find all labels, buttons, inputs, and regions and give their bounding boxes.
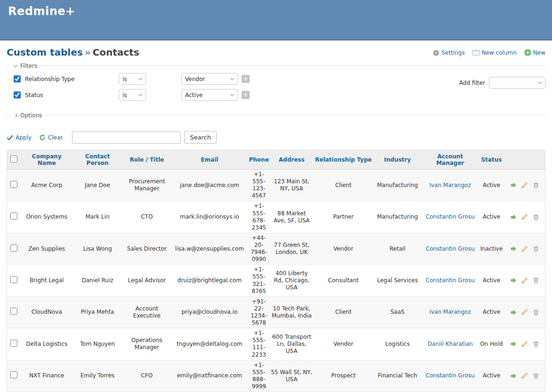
green-arrow-icon <box>510 341 517 347</box>
row-checkbox[interactable] <box>10 340 17 347</box>
table-row: NXT Finance Emily Torres CFO emily@nxtfi… <box>7 360 545 392</box>
cell-phone: +1-555-123-4567 <box>248 170 269 201</box>
edit-row-button[interactable] <box>521 309 528 316</box>
filter-status-label[interactable]: Status <box>25 92 43 98</box>
search-input[interactable] <box>72 131 181 144</box>
cell-status: Active <box>479 201 504 233</box>
col-header-relationship-type[interactable]: Relationship Type <box>314 150 373 170</box>
filter-status-checkbox[interactable] <box>14 91 21 98</box>
edit-row-button[interactable] <box>521 341 528 348</box>
row-checkbox[interactable] <box>10 245 17 252</box>
contextual-toolbar: Settings New column New <box>433 49 545 58</box>
edit-row-button[interactable] <box>521 213 528 220</box>
filter-row-status: Status is Active + <box>7 89 545 101</box>
delete-row-button[interactable] <box>533 309 539 316</box>
filter-status-operator-select[interactable]: is <box>119 89 146 101</box>
account-manager-link[interactable]: Ivan Marangoz <box>430 182 471 188</box>
delete-row-button[interactable] <box>533 341 539 348</box>
options-legend[interactable]: Options <box>11 112 45 119</box>
new-column-button[interactable]: New column <box>472 49 517 56</box>
green-arrow-icon <box>510 309 517 316</box>
trash-icon <box>533 277 539 284</box>
filter-relationship-type-operator-select[interactable]: is <box>119 73 146 85</box>
open-row-button[interactable] <box>510 341 517 348</box>
col-header-role-title[interactable]: Role / Title <box>122 150 171 170</box>
cell-industry: Retail <box>373 233 422 264</box>
row-checkbox[interactable] <box>10 181 17 188</box>
cell-company-name: Zen Supplies <box>21 233 73 264</box>
table-row: Zen Supplies Lisa Wong Sales Director li… <box>7 233 545 264</box>
filters-fieldset: Filters Add filter Relationship Type is … <box>7 62 545 109</box>
apply-button[interactable]: Apply <box>7 134 32 141</box>
col-header-account-manager[interactable]: Account Manager <box>422 150 479 170</box>
account-manager-link[interactable]: Constantin Grosu <box>426 277 475 284</box>
account-manager-link[interactable]: Ivan Marangoz <box>430 309 471 315</box>
filter-relationship-type-label[interactable]: Relationship Type <box>25 76 74 82</box>
pencil-icon <box>521 309 528 316</box>
app-logo[interactable]: Redmine+ <box>0 0 75 18</box>
open-row-button[interactable] <box>510 182 517 189</box>
col-header-address[interactable]: Address <box>270 150 314 170</box>
cell-email: mark.lin@orionsys.io <box>171 201 248 233</box>
col-header-industry[interactable]: Industry <box>373 150 422 170</box>
select-all-checkbox[interactable] <box>10 155 17 163</box>
filter-status-value-select[interactable]: Active <box>181 89 238 101</box>
table-row: Delta Logistics Tom Nguyen Operations Ma… <box>7 328 545 360</box>
open-row-button[interactable] <box>510 213 517 220</box>
edit-row-button[interactable] <box>521 277 528 284</box>
settings-button[interactable]: Settings <box>433 49 464 56</box>
filter-relationship-type-add-value-button[interactable]: + <box>242 75 250 83</box>
trash-icon <box>533 182 539 188</box>
cell-role-title: CFO <box>122 360 171 392</box>
cell-role-title: Legal Advisor <box>122 265 171 296</box>
breadcrumb-parent-link[interactable]: Custom tables <box>7 47 83 58</box>
row-checkbox[interactable] <box>10 276 17 283</box>
pencil-icon <box>521 213 528 220</box>
open-row-button[interactable] <box>510 309 517 316</box>
delete-row-button[interactable] <box>533 213 539 220</box>
row-checkbox[interactable] <box>10 308 17 315</box>
row-checkbox[interactable] <box>10 371 17 378</box>
edit-row-button[interactable] <box>521 245 528 253</box>
open-row-button[interactable] <box>510 372 517 379</box>
col-header-status[interactable]: Status <box>479 150 504 170</box>
cell-industry: Manufacturing <box>373 201 422 233</box>
new-button[interactable]: New <box>524 49 545 56</box>
cell-email: jane.doe@acme.com <box>171 170 248 201</box>
edit-row-button[interactable] <box>521 182 528 189</box>
cell-address: 10 Tech Park, Mumbai, India <box>270 296 314 328</box>
cell-email: priya@cloudnova.io <box>171 296 248 328</box>
filter-relationship-type-checkbox[interactable] <box>14 75 21 82</box>
delete-row-button[interactable] <box>533 277 539 284</box>
delete-row-button[interactable] <box>533 245 539 253</box>
account-manager-link[interactable]: Constantin Grosu <box>426 372 475 379</box>
options-fieldset: Options <box>7 112 545 121</box>
open-row-button[interactable] <box>510 277 517 284</box>
delete-row-button[interactable] <box>533 182 539 189</box>
cell-phone: +1-555-111-2233 <box>248 328 269 360</box>
col-header-phone[interactable]: Phone <box>248 150 269 170</box>
col-header-contact-person[interactable]: Contact Person <box>73 150 123 170</box>
account-manager-link[interactable]: Constantin Grosu <box>426 245 475 252</box>
search-button[interactable]: Search <box>184 131 217 144</box>
row-checkbox[interactable] <box>10 212 17 220</box>
table-row: Orion Systems Mark Lin CTO mark.lin@orio… <box>7 201 545 233</box>
col-header-email[interactable]: Email <box>171 150 248 170</box>
cell-industry: Financial Tech <box>373 360 422 392</box>
account-manager-link[interactable]: Daniil Kharatian <box>428 341 473 347</box>
filters-legend[interactable]: Filters <box>11 62 40 69</box>
clear-button[interactable]: Clear <box>39 134 63 141</box>
edit-row-button[interactable] <box>521 372 528 379</box>
add-filter-label: Add filter <box>459 80 485 86</box>
filter-relationship-type-value-select[interactable]: Vendor <box>181 73 238 85</box>
col-header-company-name[interactable]: Company Name <box>21 150 73 170</box>
cell-relationship-type: Client <box>314 170 373 201</box>
account-manager-link[interactable]: Constantin Grosu <box>426 213 475 220</box>
filter-status-add-value-button[interactable]: + <box>242 91 250 99</box>
open-row-button[interactable] <box>510 245 517 253</box>
cell-address: 400 Liberty Rd, Chicago, USA <box>270 265 314 296</box>
cell-status: On Hold <box>479 328 504 360</box>
cell-contact-person: Priya Mehta <box>73 296 123 328</box>
delete-row-button[interactable] <box>533 372 539 379</box>
add-filter-select[interactable] <box>489 77 545 89</box>
